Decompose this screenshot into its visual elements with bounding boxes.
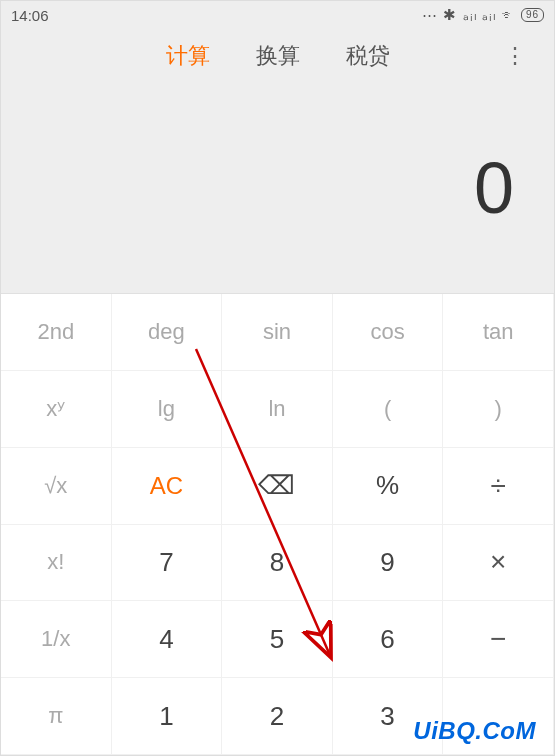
tab-tax[interactable]: 税贷 — [346, 41, 390, 71]
status-time: 14:06 — [11, 7, 49, 24]
key-2nd[interactable]: 2nd — [1, 294, 112, 371]
key-sin[interactable]: sin — [222, 294, 333, 371]
key-lg[interactable]: lg — [112, 371, 223, 448]
key-tan[interactable]: tan — [443, 294, 554, 371]
status-bar: 14:06 ⋯ ✱ ₐᵢₗ ₐᵢₗ ᯤ 96 — [1, 1, 554, 29]
key-factorial[interactable]: x! — [1, 525, 112, 602]
key-ln[interactable]: ln — [222, 371, 333, 448]
key-multiply[interactable]: × — [443, 525, 554, 602]
key-minus[interactable]: − — [443, 601, 554, 678]
key-backspace[interactable]: ⌫ — [222, 448, 333, 525]
key-6[interactable]: 6 — [333, 601, 444, 678]
key-7[interactable]: 7 — [112, 525, 223, 602]
keypad: 2nd deg sin cos tan xʸ lg ln ( ) √x AC ⌫… — [1, 293, 554, 755]
display-value: 0 — [474, 147, 514, 229]
status-icons: ⋯ ✱ ₐᵢₗ ₐᵢₗ ᯤ 96 — [422, 6, 544, 24]
key-divide[interactable]: ÷ — [443, 448, 554, 525]
backspace-icon: ⌫ — [258, 470, 295, 501]
key-sqrt[interactable]: √x — [1, 448, 112, 525]
key-8[interactable]: 8 — [222, 525, 333, 602]
tab-bar: 计算 换算 税贷 ⋮ — [1, 29, 554, 83]
key-1[interactable]: 1 — [112, 678, 223, 755]
key-xy[interactable]: xʸ — [1, 371, 112, 448]
battery-icon: 96 — [521, 8, 544, 22]
more-icon[interactable]: ⋮ — [504, 43, 524, 69]
key-percent[interactable]: % — [333, 448, 444, 525]
status-tray: ⋯ ✱ ₐᵢₗ ₐᵢₗ ᯤ — [422, 6, 517, 24]
key-ac[interactable]: AC — [112, 448, 223, 525]
key-rparen[interactable]: ) — [443, 371, 554, 448]
key-2[interactable]: 2 — [222, 678, 333, 755]
key-9[interactable]: 9 — [333, 525, 444, 602]
key-lparen[interactable]: ( — [333, 371, 444, 448]
key-deg[interactable]: deg — [112, 294, 223, 371]
key-5[interactable]: 5 — [222, 601, 333, 678]
key-pi[interactable]: π — [1, 678, 112, 755]
tab-convert[interactable]: 换算 — [256, 41, 300, 71]
watermark: UiBQ.CoM — [413, 717, 536, 745]
key-4[interactable]: 4 — [112, 601, 223, 678]
tab-calculate[interactable]: 计算 — [166, 41, 210, 71]
display: 0 — [1, 83, 554, 293]
key-reciprocal[interactable]: 1/x — [1, 601, 112, 678]
key-cos[interactable]: cos — [333, 294, 444, 371]
